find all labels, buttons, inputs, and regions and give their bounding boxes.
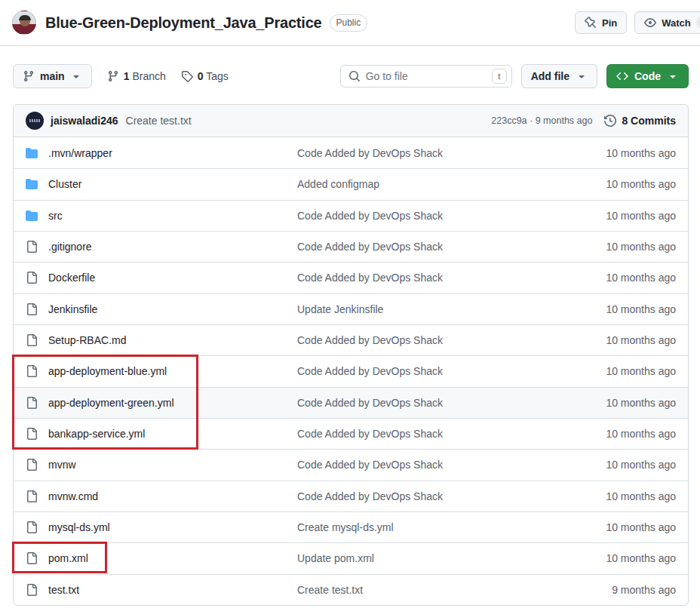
- table-row[interactable]: bankapp-service.yml Code Added by DevOps…: [14, 418, 688, 449]
- row-commit-message[interactable]: Code Added by DevOps Shack: [297, 241, 563, 253]
- table-row[interactable]: mvnw Code Added by DevOps Shack 10 month…: [14, 449, 688, 480]
- eye-icon: [644, 17, 656, 29]
- row-age: 10 months ago: [563, 428, 676, 440]
- repo-owner-avatar[interactable]: [12, 11, 36, 35]
- file-name[interactable]: test.txt: [48, 584, 79, 596]
- table-row[interactable]: Jenkinsfile Update Jenkinsfile 10 months…: [14, 293, 688, 324]
- pin-button-label: Pin: [602, 17, 617, 29]
- file-name[interactable]: app-deployment-blue.yml: [48, 365, 167, 377]
- row-age: 10 months ago: [563, 210, 676, 222]
- file-name[interactable]: .mvn/wrapper: [48, 147, 112, 159]
- row-commit-message[interactable]: Code Added by DevOps Shack: [297, 428, 563, 440]
- file-name[interactable]: app-deployment-green.yml: [48, 397, 174, 409]
- row-commit-message[interactable]: Code Added by DevOps Shack: [297, 272, 563, 284]
- table-row[interactable]: Setup-RBAC.md Code Added by DevOps Shack…: [14, 324, 688, 355]
- chevron-down-icon: [70, 70, 82, 82]
- file-icon: [26, 397, 38, 409]
- file-icon: [26, 521, 38, 533]
- row-age: 10 months ago: [563, 334, 676, 346]
- file-icon: [26, 552, 38, 564]
- file-name[interactable]: mvnw.cmd: [48, 490, 98, 502]
- row-age: 10 months ago: [563, 397, 676, 409]
- table-row[interactable]: Cluster Added configmap 10 months ago: [14, 168, 688, 199]
- commit-hash-and-time[interactable]: 223cc9a · 9 months ago: [491, 115, 592, 126]
- row-age: 10 months ago: [563, 241, 676, 253]
- row-commit-message[interactable]: Code Added by DevOps Shack: [297, 210, 563, 222]
- commit-history-link[interactable]: 8 Commits: [604, 115, 676, 127]
- table-row[interactable]: app-deployment-green.yml Code Added by D…: [14, 387, 688, 418]
- code-button[interactable]: Code: [606, 64, 689, 88]
- table-row[interactable]: app-deployment-blue.yml Code Added by De…: [14, 355, 688, 386]
- row-age: 10 months ago: [563, 365, 676, 377]
- row-commit-message[interactable]: Code Added by DevOps Shack: [297, 334, 563, 346]
- file-icon: [26, 303, 38, 315]
- file-name[interactable]: mysql-ds.yml: [48, 521, 110, 533]
- row-commit-message[interactable]: Code Added by DevOps Shack: [297, 459, 563, 471]
- table-row[interactable]: test.txt Create test.txt 9 months ago: [14, 574, 688, 605]
- file-name[interactable]: bankapp-service.yml: [48, 428, 145, 440]
- table-row[interactable]: .mvn/wrapper Code Added by DevOps Shack …: [14, 137, 688, 168]
- table-row[interactable]: mysql-ds.yml Create mysql-ds.yml 10 mont…: [14, 511, 688, 542]
- tag-icon: [181, 70, 193, 82]
- file-icon: [26, 334, 38, 346]
- row-commit-message[interactable]: Code Added by DevOps Shack: [297, 365, 563, 377]
- file-listing-card: jaiswaladi246 Create test.txt 223cc9a · …: [13, 104, 689, 606]
- row-commit-message[interactable]: Update pom.xml: [297, 552, 563, 564]
- row-commit-message[interactable]: Code Added by DevOps Shack: [297, 397, 563, 409]
- branch-selector-button[interactable]: main: [13, 64, 92, 88]
- file-icon: [26, 584, 38, 596]
- table-row[interactable]: src Code Added by DevOps Shack 10 months…: [14, 200, 688, 231]
- watch-count-badge: 0: [696, 17, 700, 29]
- row-age: 10 months ago: [563, 178, 676, 190]
- latest-commit-bar: jaiswaladi246 Create test.txt 223cc9a · …: [14, 105, 688, 137]
- add-file-button[interactable]: Add file: [521, 64, 597, 88]
- watch-button[interactable]: Watch 0: [634, 11, 700, 34]
- git-branch-icon: [107, 70, 119, 82]
- repo-toolbar: main 1 Branch 0 Tags t Add file Code: [0, 46, 700, 88]
- visibility-badge: Public: [330, 14, 368, 32]
- file-name[interactable]: .gitignore: [48, 241, 92, 253]
- commit-message[interactable]: Create test.txt: [126, 115, 192, 127]
- file-name[interactable]: Dockerfile: [48, 272, 95, 284]
- toolbar-right: t Add file Code: [340, 64, 689, 88]
- row-commit-message[interactable]: Code Added by DevOps Shack: [297, 147, 563, 159]
- row-age: 9 months ago: [563, 584, 676, 596]
- table-row[interactable]: .gitignore Code Added by DevOps Shack 10…: [14, 231, 688, 262]
- file-name[interactable]: Setup-RBAC.md: [48, 334, 126, 346]
- commits-count-label: 8 Commits: [622, 115, 676, 127]
- repo-title[interactable]: Blue-Green-Deployment_Java_Practice: [45, 14, 322, 32]
- folder-icon: [26, 210, 38, 222]
- row-age: 10 months ago: [563, 490, 676, 502]
- table-row[interactable]: Dockerfile Code Added by DevOps Shack 10…: [14, 262, 688, 293]
- file-name[interactable]: pom.xml: [48, 552, 88, 564]
- tags-link[interactable]: 0 Tags: [181, 70, 229, 82]
- row-commit-message[interactable]: Code Added by DevOps Shack: [297, 490, 563, 502]
- row-age: 10 months ago: [563, 147, 676, 159]
- row-commit-message[interactable]: Added configmap: [297, 178, 563, 190]
- file-icon: [26, 459, 38, 471]
- add-file-label: Add file: [531, 70, 570, 82]
- row-commit-message[interactable]: Create test.txt: [297, 584, 563, 596]
- search-input[interactable]: [366, 70, 487, 82]
- current-branch-label: main: [40, 70, 65, 82]
- file-icon: [26, 428, 38, 440]
- file-icon: [26, 490, 38, 502]
- watch-button-label: Watch: [662, 17, 691, 29]
- table-row[interactable]: pom.xml Update pom.xml 10 months ago: [14, 542, 688, 573]
- file-name[interactable]: src: [48, 210, 63, 222]
- table-row[interactable]: mvnw.cmd Code Added by DevOps Shack 10 m…: [14, 481, 688, 511]
- go-to-file-search[interactable]: t: [340, 65, 512, 88]
- file-icon: [26, 365, 38, 377]
- branches-link[interactable]: 1 Branch: [107, 70, 166, 82]
- file-name[interactable]: Cluster: [48, 178, 81, 190]
- commit-author-name[interactable]: jaiswaladi246: [51, 115, 118, 127]
- commit-author-avatar[interactable]: [26, 112, 44, 130]
- pin-button[interactable]: Pin: [575, 11, 627, 34]
- file-name[interactable]: Jenkinsfile: [48, 303, 97, 315]
- row-commit-message[interactable]: Create mysql-ds.yml: [297, 521, 563, 533]
- file-name[interactable]: mvnw: [48, 459, 76, 471]
- row-age: 10 months ago: [563, 272, 676, 284]
- row-commit-message[interactable]: Update Jenkinsfile: [297, 303, 563, 315]
- search-shortcut-hint: t: [492, 69, 507, 84]
- branches-label: Branch: [132, 70, 165, 82]
